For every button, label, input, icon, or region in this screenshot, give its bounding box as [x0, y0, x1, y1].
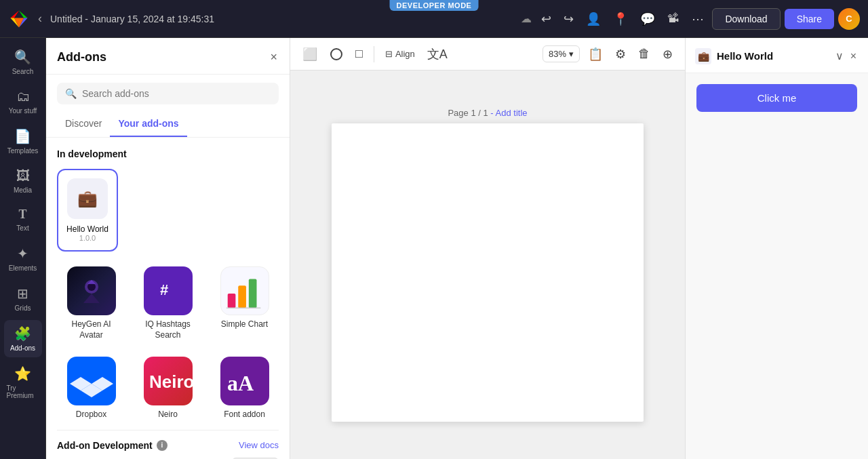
media-icon: 🖼	[16, 168, 30, 184]
click-me-button[interactable]: Click me	[696, 84, 857, 112]
page-container: Page 1 / 1 - Add title	[332, 108, 644, 422]
svg-text:#: #	[160, 281, 168, 298]
sidebar-item-label: Text	[16, 224, 28, 232]
translate-button[interactable]: 文A	[423, 42, 452, 66]
align-button[interactable]: ⊟ Align	[381, 45, 419, 63]
sidebar-item-elements[interactable]: ✦ Elements	[4, 240, 42, 277]
canvas-column: ⬜ □ ⊟ Align 文A 83% ▾ 📋 ⚙ 🗑	[290, 38, 685, 459]
topbar-actions: ↩ ↪ 👤 📍 💬 📽 ⋯ Download Share C	[537, 7, 860, 31]
sidebar-item-search[interactable]: 🔍 Search	[4, 43, 42, 81]
avatar[interactable]: C	[838, 8, 860, 30]
delete-button[interactable]: 🗑	[634, 43, 654, 65]
addons-panel-close[interactable]: ×	[269, 49, 279, 66]
svg-marker-0	[10, 10, 19, 18]
people-icon-button[interactable]: 👤	[582, 7, 605, 31]
more-button[interactable]: ⋯	[688, 7, 708, 31]
comment-icon-button[interactable]: 💬	[636, 7, 659, 31]
page-label: Page 1 / 1 - Add title	[448, 108, 527, 118]
tabs-row: Discover Your add-ons	[46, 113, 290, 138]
share-button[interactable]: Share	[785, 9, 834, 29]
addon-font[interactable]: aA Font addon	[210, 353, 279, 424]
panel-minimize-button[interactable]: ∨	[833, 47, 846, 64]
addon-dev-header: Add-on Development i View docs	[57, 440, 279, 451]
addon-neiro[interactable]: Neiro Neiro	[134, 353, 202, 424]
addon-grid: HeyGen AI Avatar # IQ Hashtags Search	[57, 262, 279, 424]
addon-dev-section: Add-on Development i View docs Distribut…	[57, 430, 279, 459]
hello-world-addon-icon: 💼	[67, 178, 108, 219]
hello-world-addon-name: Hello World	[66, 224, 108, 234]
right-panel: 💼 Hello World ∨ × Click me	[685, 38, 868, 459]
sidebar-item-grids[interactable]: ⊞ Grids	[4, 280, 42, 317]
tab-discover[interactable]: Discover	[57, 113, 110, 137]
document-title: Untitled - January 15, 2024 at 19:45:31	[50, 14, 513, 24]
addon-heygen[interactable]: HeyGen AI Avatar	[57, 262, 125, 344]
page-indicator: Page 1 / 1	[448, 108, 488, 118]
sidebar-item-addons[interactable]: 🧩 Add-ons	[4, 320, 42, 357]
sidebar-item-premium[interactable]: ⭐ Try Premium	[4, 360, 42, 405]
tool-frames[interactable]: ⬜	[298, 43, 321, 66]
addon-simple-chart[interactable]: Simple Chart	[210, 262, 279, 344]
iq-label: IQ Hashtags Search	[138, 319, 198, 340]
info-icon[interactable]: i	[157, 440, 167, 451]
present-icon-button[interactable]: 📽	[663, 7, 684, 30]
svg-point-19	[331, 49, 342, 60]
dropbox-label: Dropbox	[76, 410, 106, 420]
addon-dropbox[interactable]: Dropbox	[57, 353, 125, 424]
search-icon: 🔍	[65, 88, 77, 99]
back-button[interactable]: ‹	[35, 9, 45, 28]
right-panel-body: Click me	[686, 73, 868, 123]
icon-sidebar: 🔍 Search 🗂 Your stuff 📄 Templates 🖼 Medi…	[0, 38, 46, 459]
sidebar-item-label: Media	[14, 186, 32, 194]
topbar: ‹ Untitled - January 15, 2024 at 19:45:3…	[0, 0, 868, 38]
svg-text:aA: aA	[227, 371, 254, 395]
view-docs-link[interactable]: View docs	[239, 440, 279, 450]
sidebar-item-text[interactable]: T Text	[4, 202, 42, 237]
sidebar-item-label: Search	[12, 68, 34, 75]
addons-panel-title: Add-ons	[57, 50, 106, 64]
sidebar-item-label: Add-ons	[10, 344, 35, 352]
undo-button[interactable]: ↩	[537, 7, 555, 31]
addon-dev-title-text: Add-on Development	[57, 440, 153, 451]
sidebar-item-your-stuff[interactable]: 🗂 Your stuff	[4, 83, 42, 120]
zoom-value: 83%	[549, 49, 566, 59]
pin-icon-button[interactable]: 📍	[609, 7, 632, 31]
addon-iq[interactable]: # IQ Hashtags Search	[134, 262, 202, 344]
chart-icon	[220, 266, 269, 315]
tool-rect[interactable]: □	[351, 43, 367, 65]
search-input[interactable]	[82, 88, 271, 99]
add-title[interactable]: - Add title	[490, 108, 527, 118]
align-icon: ⊟	[385, 49, 393, 59]
sidebar-item-media[interactable]: 🖼 Media	[4, 163, 42, 199]
page-view-button[interactable]: 📋	[584, 43, 607, 66]
panel-addon-icon: 💼	[695, 48, 711, 64]
zoom-chevron: ▾	[569, 49, 574, 59]
tool-shapes[interactable]	[326, 43, 347, 65]
sidebar-item-templates[interactable]: 📄 Templates	[4, 123, 42, 160]
font-label: Font addon	[224, 410, 265, 420]
hello-world-addon-version: 1.0.0	[79, 234, 96, 242]
toolbar: ⬜ □ ⊟ Align 文A 83% ▾ 📋 ⚙ 🗑	[290, 38, 685, 71]
sidebar-item-label: Grids	[15, 304, 31, 312]
your-stuff-icon: 🗂	[16, 89, 30, 104]
canvas-wrapper[interactable]: Page 1 / 1 - Add title	[290, 71, 685, 459]
svg-rect-12	[248, 279, 256, 308]
panel-close-button[interactable]: ×	[848, 48, 859, 64]
canvas-page[interactable]	[332, 123, 644, 422]
neiro-label: Neiro	[158, 410, 178, 420]
tab-your-addons[interactable]: Your add-ons	[110, 113, 186, 137]
chart-label: Simple Chart	[221, 319, 268, 330]
settings-button[interactable]: ⚙	[611, 43, 630, 66]
grids-icon: ⊞	[17, 285, 28, 302]
hello-world-addon[interactable]: 💼 Hello World 1.0.0	[57, 169, 118, 252]
in-development-title: In development	[57, 148, 279, 159]
redo-button[interactable]: ↪	[559, 7, 578, 31]
iq-icon: #	[144, 266, 193, 315]
add-button[interactable]: ⊕	[658, 43, 677, 66]
download-button[interactable]: Download	[712, 8, 780, 30]
zoom-selector[interactable]: 83% ▾	[542, 45, 580, 62]
addons-panel: Add-ons × 🔍 Discover Your add-ons In dev…	[46, 38, 290, 459]
text-icon: T	[18, 207, 26, 222]
templates-icon: 📄	[14, 128, 31, 144]
svg-rect-10	[227, 294, 235, 308]
sidebar-item-label: Elements	[9, 264, 37, 272]
